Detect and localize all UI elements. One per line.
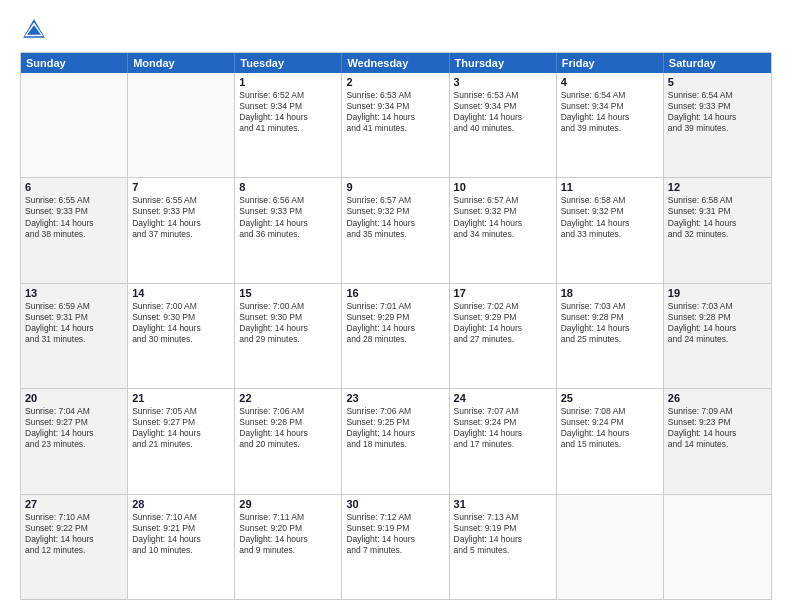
cell-info-line: Daylight: 14 hours — [25, 428, 123, 439]
cell-info-line: Sunset: 9:19 PM — [346, 523, 444, 534]
day-number: 9 — [346, 181, 444, 193]
cell-info-line: and 29 minutes. — [239, 334, 337, 345]
cell-info-line: Sunset: 9:28 PM — [561, 312, 659, 323]
calendar-cell: 3Sunrise: 6:53 AMSunset: 9:34 PMDaylight… — [450, 73, 557, 177]
calendar-cell: 18Sunrise: 7:03 AMSunset: 9:28 PMDayligh… — [557, 284, 664, 388]
cell-info-line: Daylight: 14 hours — [239, 534, 337, 545]
day-number: 6 — [25, 181, 123, 193]
cell-info-line: Sunset: 9:34 PM — [346, 101, 444, 112]
day-number: 22 — [239, 392, 337, 404]
calendar-cell: 2Sunrise: 6:53 AMSunset: 9:34 PMDaylight… — [342, 73, 449, 177]
cell-info-line: Daylight: 14 hours — [239, 112, 337, 123]
cell-info-line: Sunset: 9:33 PM — [668, 101, 767, 112]
cell-info-line: Sunrise: 6:58 AM — [668, 195, 767, 206]
logo-icon — [20, 16, 48, 44]
day-number: 29 — [239, 498, 337, 510]
cell-info-line: Sunrise: 7:02 AM — [454, 301, 552, 312]
calendar-cell: 5Sunrise: 6:54 AMSunset: 9:33 PMDaylight… — [664, 73, 771, 177]
cell-info-line: Sunrise: 6:53 AM — [346, 90, 444, 101]
cell-info-line: and 14 minutes. — [668, 439, 767, 450]
cell-info-line: Daylight: 14 hours — [239, 428, 337, 439]
cell-info-line: and 39 minutes. — [668, 123, 767, 134]
calendar-cell — [21, 73, 128, 177]
cell-info-line: and 39 minutes. — [561, 123, 659, 134]
day-number: 8 — [239, 181, 337, 193]
cell-info-line: Sunset: 9:33 PM — [25, 206, 123, 217]
calendar-cell: 19Sunrise: 7:03 AMSunset: 9:28 PMDayligh… — [664, 284, 771, 388]
weekday-header: Friday — [557, 53, 664, 73]
cell-info-line: Daylight: 14 hours — [454, 534, 552, 545]
logo — [20, 16, 50, 44]
cell-info-line: Sunrise: 6:55 AM — [132, 195, 230, 206]
cell-info-line: Sunset: 9:34 PM — [454, 101, 552, 112]
cell-info-line: Sunset: 9:32 PM — [346, 206, 444, 217]
calendar-cell: 16Sunrise: 7:01 AMSunset: 9:29 PMDayligh… — [342, 284, 449, 388]
cell-info-line: Daylight: 14 hours — [561, 323, 659, 334]
calendar-cell: 21Sunrise: 7:05 AMSunset: 9:27 PMDayligh… — [128, 389, 235, 493]
weekday-header: Monday — [128, 53, 235, 73]
calendar-cell: 17Sunrise: 7:02 AMSunset: 9:29 PMDayligh… — [450, 284, 557, 388]
cell-info-line: and 34 minutes. — [454, 229, 552, 240]
weekday-header: Thursday — [450, 53, 557, 73]
cell-info-line: Sunrise: 7:11 AM — [239, 512, 337, 523]
cell-info-line: and 35 minutes. — [346, 229, 444, 240]
cell-info-line: Sunset: 9:31 PM — [25, 312, 123, 323]
cell-info-line: Sunset: 9:23 PM — [668, 417, 767, 428]
calendar-body: 1Sunrise: 6:52 AMSunset: 9:34 PMDaylight… — [21, 73, 771, 599]
cell-info-line: Daylight: 14 hours — [346, 534, 444, 545]
calendar-header: SundayMondayTuesdayWednesdayThursdayFrid… — [21, 53, 771, 73]
cell-info-line: Sunset: 9:22 PM — [25, 523, 123, 534]
day-number: 5 — [668, 76, 767, 88]
cell-info-line: and 28 minutes. — [346, 334, 444, 345]
cell-info-line: Daylight: 14 hours — [454, 428, 552, 439]
calendar-cell: 1Sunrise: 6:52 AMSunset: 9:34 PMDaylight… — [235, 73, 342, 177]
cell-info-line: Sunrise: 7:06 AM — [346, 406, 444, 417]
calendar-cell: 26Sunrise: 7:09 AMSunset: 9:23 PMDayligh… — [664, 389, 771, 493]
day-number: 2 — [346, 76, 444, 88]
cell-info-line: Sunrise: 7:08 AM — [561, 406, 659, 417]
cell-info-line: Sunset: 9:19 PM — [454, 523, 552, 534]
cell-info-line: and 27 minutes. — [454, 334, 552, 345]
cell-info-line: Sunset: 9:32 PM — [454, 206, 552, 217]
calendar-cell: 27Sunrise: 7:10 AMSunset: 9:22 PMDayligh… — [21, 495, 128, 599]
calendar-row: 6Sunrise: 6:55 AMSunset: 9:33 PMDaylight… — [21, 177, 771, 282]
calendar-cell: 7Sunrise: 6:55 AMSunset: 9:33 PMDaylight… — [128, 178, 235, 282]
day-number: 31 — [454, 498, 552, 510]
calendar-cell: 25Sunrise: 7:08 AMSunset: 9:24 PMDayligh… — [557, 389, 664, 493]
day-number: 4 — [561, 76, 659, 88]
calendar-cell: 13Sunrise: 6:59 AMSunset: 9:31 PMDayligh… — [21, 284, 128, 388]
cell-info-line: Sunrise: 6:55 AM — [25, 195, 123, 206]
cell-info-line: Daylight: 14 hours — [668, 218, 767, 229]
day-number: 15 — [239, 287, 337, 299]
cell-info-line: Sunrise: 7:01 AM — [346, 301, 444, 312]
cell-info-line: Sunrise: 6:52 AM — [239, 90, 337, 101]
day-number: 19 — [668, 287, 767, 299]
cell-info-line: and 33 minutes. — [561, 229, 659, 240]
cell-info-line: Sunrise: 7:06 AM — [239, 406, 337, 417]
calendar-cell: 14Sunrise: 7:00 AMSunset: 9:30 PMDayligh… — [128, 284, 235, 388]
day-number: 24 — [454, 392, 552, 404]
cell-info-line: Daylight: 14 hours — [668, 428, 767, 439]
cell-info-line: and 18 minutes. — [346, 439, 444, 450]
cell-info-line: and 32 minutes. — [668, 229, 767, 240]
cell-info-line: Daylight: 14 hours — [561, 428, 659, 439]
day-number: 25 — [561, 392, 659, 404]
cell-info-line: Sunrise: 7:07 AM — [454, 406, 552, 417]
cell-info-line: Sunset: 9:34 PM — [561, 101, 659, 112]
calendar: SundayMondayTuesdayWednesdayThursdayFrid… — [20, 52, 772, 600]
day-number: 11 — [561, 181, 659, 193]
cell-info-line: Sunrise: 6:59 AM — [25, 301, 123, 312]
calendar-row: 1Sunrise: 6:52 AMSunset: 9:34 PMDaylight… — [21, 73, 771, 177]
cell-info-line: Daylight: 14 hours — [346, 323, 444, 334]
day-number: 7 — [132, 181, 230, 193]
cell-info-line: and 10 minutes. — [132, 545, 230, 556]
cell-info-line: and 15 minutes. — [561, 439, 659, 450]
day-number: 18 — [561, 287, 659, 299]
calendar-cell: 9Sunrise: 6:57 AMSunset: 9:32 PMDaylight… — [342, 178, 449, 282]
weekday-header: Tuesday — [235, 53, 342, 73]
cell-info-line: and 21 minutes. — [132, 439, 230, 450]
cell-info-line: Sunrise: 7:12 AM — [346, 512, 444, 523]
calendar-cell: 30Sunrise: 7:12 AMSunset: 9:19 PMDayligh… — [342, 495, 449, 599]
cell-info-line: and 41 minutes. — [346, 123, 444, 134]
cell-info-line: Daylight: 14 hours — [25, 323, 123, 334]
